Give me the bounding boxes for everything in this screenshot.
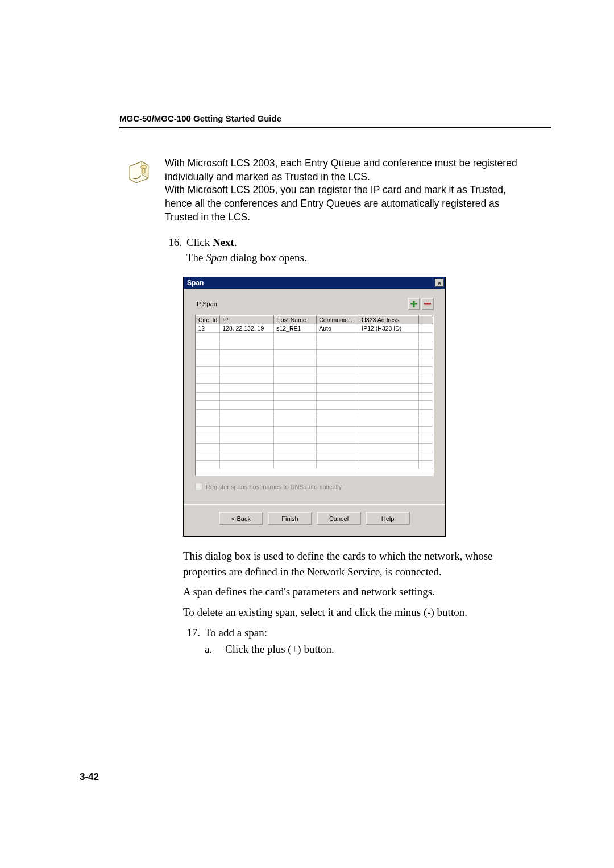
- step-17-number: 17.: [183, 625, 200, 641]
- svg-rect-3: [410, 303, 417, 305]
- dialog-description-3: To delete an existing span, select it an…: [183, 604, 534, 620]
- step-16-result-b: Span: [206, 252, 227, 264]
- step-16: 16. Click Next. The Span dialog box open…: [165, 235, 534, 265]
- dialog-titlebar: Span ×: [184, 277, 445, 289]
- note-text: With Microsoft LCS 2003, each Entry Queu…: [165, 157, 534, 224]
- svg-rect-4: [424, 303, 431, 305]
- col-padding: [419, 316, 433, 324]
- table-row[interactable]: 12 128. 22.132. 19 s12_RE1 Auto IP12 (H3…: [196, 324, 433, 333]
- cell-circ-id: 12: [196, 324, 220, 333]
- add-span-button[interactable]: [408, 298, 420, 310]
- step-17-text: To add a span:: [205, 625, 534, 641]
- col-communic[interactable]: Communic...: [317, 316, 359, 324]
- step-17a-text: Click the plus (+) button.: [225, 643, 334, 656]
- plus-icon: [410, 300, 418, 308]
- remove-span-button[interactable]: [421, 298, 434, 310]
- svg-rect-1: [142, 169, 145, 173]
- step-16-result-c: dialog box opens.: [227, 252, 306, 264]
- span-dialog: Span × IP Span: [183, 277, 446, 537]
- register-dns-label: Register spans host names to DNS automat…: [206, 483, 342, 490]
- close-button[interactable]: ×: [435, 279, 444, 287]
- register-dns-checkbox[interactable]: [195, 483, 202, 490]
- page-number: 3-42: [80, 771, 99, 783]
- minus-icon: [424, 300, 432, 308]
- dialog-title: Span: [187, 279, 204, 287]
- cancel-button[interactable]: Cancel: [317, 512, 361, 525]
- col-ip[interactable]: IP: [220, 316, 274, 324]
- note-icon: [125, 157, 155, 224]
- help-button[interactable]: Help: [366, 512, 410, 525]
- header-rule: [119, 127, 551, 128]
- step-16-number: 16.: [165, 235, 182, 265]
- back-button[interactable]: < Back: [219, 512, 263, 525]
- col-circ-id[interactable]: Circ. Id: [196, 316, 220, 324]
- dialog-description-2: A span defines the card's parameters and…: [183, 584, 534, 600]
- note-block: With Microsoft LCS 2003, each Entry Queu…: [125, 157, 534, 224]
- finish-button[interactable]: Finish: [268, 512, 312, 525]
- dialog-description-1: This dialog box is used to define the ca…: [183, 548, 534, 579]
- col-host-name[interactable]: Host Name: [274, 316, 317, 324]
- step-17a-letter: a.: [205, 643, 215, 656]
- col-h323-address[interactable]: H323 Address: [359, 316, 419, 324]
- cell-ip: 128. 22.132. 19: [220, 324, 274, 333]
- step-16-period: .: [234, 236, 237, 248]
- step-17a: a. Click the plus (+) button.: [205, 643, 534, 656]
- step-17: 17. To add a span:: [183, 625, 534, 641]
- cell-comm: Auto: [317, 324, 359, 333]
- cell-h323: IP12 (H323 ID): [359, 324, 419, 333]
- cell-host: s12_RE1: [274, 324, 317, 333]
- running-header: MGC-50/MGC-100 Getting Started Guide: [119, 114, 534, 123]
- step-16-click: Click: [186, 236, 213, 248]
- span-table[interactable]: Circ. Id IP Host Name Communic... H323 A…: [195, 315, 434, 476]
- step-16-next: Next: [213, 236, 234, 248]
- close-icon: ×: [438, 280, 441, 286]
- step-16-result-a: The: [186, 252, 206, 264]
- ip-span-label: IP Span: [195, 301, 217, 307]
